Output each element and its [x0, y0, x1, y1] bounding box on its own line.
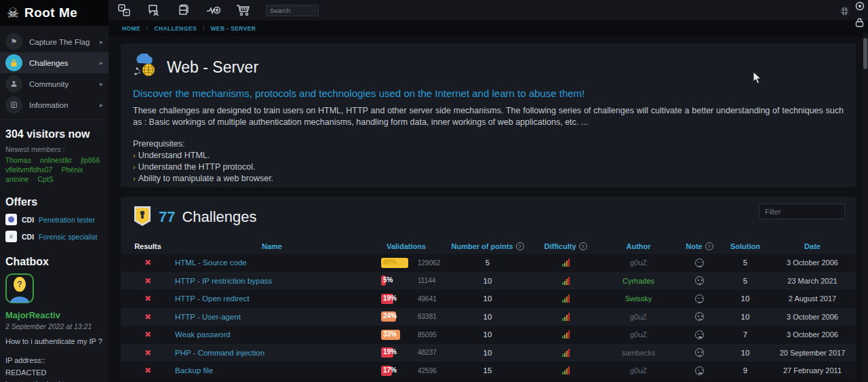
challenge-link[interactable]: HTTP - IP restriction bypass — [175, 277, 272, 285]
help-icon[interactable]: ? — [516, 242, 524, 250]
member-link[interactable]: onlinestlkr — [40, 156, 72, 164]
breadcrumb-web-server[interactable]: WEB - SERVER — [210, 25, 256, 32]
member-link[interactable]: CptS — [37, 175, 53, 183]
category-description: These challenges are designed to train u… — [133, 105, 844, 128]
solution-cell[interactable]: 9 — [722, 366, 769, 375]
difficulty-bars-icon[interactable] — [562, 366, 570, 375]
col-note[interactable]: Note? — [677, 242, 722, 250]
points-cell: 5 — [443, 259, 532, 267]
member-link[interactable]: vfleltvmfldhs07 — [5, 166, 52, 174]
challenge-link[interactable]: Weak password — [175, 330, 231, 339]
note-face-icon[interactable] — [695, 294, 704, 303]
challenge-link[interactable]: HTML - Source code — [175, 259, 247, 267]
offer-forensic-specialist[interactable]: ≣ CDI Forensic specialist — [5, 231, 103, 242]
offer-link[interactable]: Penetration tester — [39, 216, 95, 224]
challenge-link[interactable]: PHP - Command injection — [175, 349, 264, 357]
member-link[interactable]: Phénix — [61, 166, 83, 174]
cart-icon[interactable] — [236, 3, 251, 18]
lock-icon[interactable] — [854, 18, 865, 30]
chat-avatar[interactable]: ? — [5, 273, 103, 306]
solution-cell[interactable]: 5 — [722, 277, 769, 285]
prerequisite-item: ›Ability to manipulate a web browser. — [133, 174, 844, 183]
documents-icon[interactable] — [176, 3, 191, 18]
difficulty-bars-icon[interactable] — [562, 294, 570, 303]
note-face-icon[interactable] — [695, 366, 704, 375]
author-cell[interactable]: g0uZ — [599, 366, 677, 375]
scrollbar-thumb[interactable] — [863, 38, 867, 69]
breadcrumb-home[interactable]: HOME — [122, 25, 140, 32]
not-solved-x-icon[interactable]: ✖ — [144, 294, 151, 303]
member-link[interactable]: antoine — [5, 175, 28, 183]
not-solved-x-icon[interactable]: ✖ — [144, 366, 151, 375]
challenge-row: ✖ Backup file 17% 42596 15 g0uZ 9 27 Feb… — [121, 362, 856, 380]
language-globe-icon[interactable] — [840, 6, 850, 19]
forum-icon[interactable] — [146, 3, 161, 18]
filter-input[interactable] — [759, 204, 845, 219]
qna-icon[interactable] — [117, 3, 132, 18]
not-solved-x-icon[interactable]: ✖ — [144, 348, 151, 358]
member-link[interactable]: jlp866 — [81, 156, 100, 164]
sidebar-item-challenges[interactable]: Challenges ▸ — [0, 52, 108, 73]
col-author[interactable]: Author — [599, 242, 677, 250]
not-solved-x-icon[interactable]: ✖ — [144, 258, 151, 267]
challenge-link[interactable]: Backup file — [175, 366, 213, 375]
solution-cell[interactable]: 10 — [722, 349, 769, 357]
author-cell[interactable]: Swissky — [599, 294, 677, 303]
help-icon[interactable]: ? — [579, 242, 587, 250]
challenge-link[interactable]: HTTP - Open redirect — [175, 294, 250, 303]
note-face-icon[interactable] — [695, 330, 704, 339]
difficulty-bars-icon[interactable] — [562, 313, 570, 321]
note-face-icon[interactable] — [695, 348, 704, 357]
search-input[interactable] — [266, 5, 319, 16]
difficulty-bars-icon[interactable] — [562, 349, 570, 357]
breadcrumb-challenges[interactable]: CHALLENGES — [154, 25, 197, 32]
col-results[interactable]: Results — [121, 242, 175, 250]
challenge-link[interactable]: HTTP - User-agent — [175, 313, 241, 321]
sidebar-item-community[interactable]: Community ▸ — [0, 73, 108, 94]
note-face-icon[interactable] — [695, 259, 704, 267]
difficulty-bars-icon[interactable] — [562, 259, 570, 267]
difficulty-bars-icon[interactable] — [562, 330, 570, 339]
sidebar-item-capture-the-flag[interactable]: ⚑ Capture The Flag ▸ — [0, 31, 108, 52]
solution-cell[interactable]: 7 — [722, 330, 769, 339]
date-cell: 3 October 2006 — [769, 313, 856, 321]
author-cell[interactable]: g0uZ — [599, 313, 677, 321]
author-cell[interactable]: Cyrhades — [599, 277, 677, 285]
col-difficulty[interactable]: Difficulty? — [532, 242, 599, 250]
validations-cell: 19% 49641 — [369, 294, 443, 304]
member-link[interactable]: Thomas — [5, 156, 31, 164]
help-icon[interactable]: ? — [705, 242, 713, 250]
not-solved-x-icon[interactable]: ✖ — [144, 276, 151, 286]
scrollbar[interactable] — [863, 33, 868, 382]
col-date[interactable]: Date — [769, 242, 856, 250]
chat-username[interactable]: MajorReactiv — [5, 310, 103, 320]
name-cell: HTML - Source code — [175, 259, 369, 267]
author-cell[interactable]: g0uZ — [599, 330, 677, 339]
points-cell: 10 — [443, 294, 532, 303]
author-cell[interactable]: g0uZ — [599, 259, 677, 267]
activity-icon[interactable] — [206, 3, 221, 18]
col-validations[interactable]: Validations — [369, 242, 443, 250]
col-solution[interactable]: Solution — [722, 242, 769, 250]
not-solved-x-icon[interactable]: ✖ — [144, 330, 151, 339]
difficulty-cell — [532, 294, 599, 303]
category-subtitle[interactable]: Discover the mechanisms, protocols and t… — [133, 88, 844, 99]
solution-cell[interactable]: 10 — [722, 313, 769, 321]
sidebar-item-information[interactable]: Information ▸ — [0, 94, 108, 115]
col-name[interactable]: Name — [175, 242, 369, 250]
circle-dot-icon[interactable] — [855, 1, 865, 14]
offer-link[interactable]: Forensic specialist — [39, 233, 97, 241]
author-cell[interactable]: sambecks — [599, 349, 677, 357]
logo[interactable]: ☠ Root Me — [0, 0, 108, 26]
offer-penetration-tester[interactable]: CDI Penetration tester — [5, 214, 103, 225]
solution-cell[interactable]: 10 — [722, 294, 769, 303]
note-face-icon[interactable] — [695, 276, 704, 285]
validation-percentage-badge: 19% — [381, 294, 415, 304]
col-points[interactable]: Number of points? — [443, 242, 532, 250]
validations-cell: 49% 129062 — [369, 258, 443, 268]
not-solved-x-icon[interactable]: ✖ — [144, 312, 151, 322]
solution-cell[interactable]: 5 — [722, 259, 769, 267]
prerequisite-item: ›Understand the HTTP protocol. — [133, 162, 844, 172]
difficulty-bars-icon[interactable] — [562, 277, 570, 285]
note-face-icon[interactable] — [695, 312, 704, 321]
